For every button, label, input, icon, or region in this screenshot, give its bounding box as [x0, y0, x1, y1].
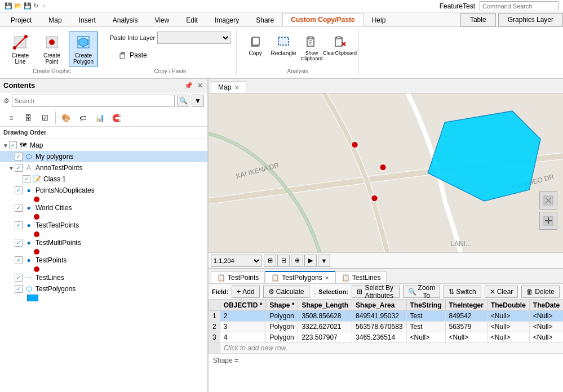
tab-analysis[interactable]: Analysis: [104, 14, 147, 26]
cell-shape-area-2[interactable]: 563578.670583: [352, 322, 406, 332]
cell-theinteger-1[interactable]: 849542: [445, 311, 487, 322]
tab-graphics-layer[interactable]: Graphics Layer: [498, 13, 563, 26]
add-field-button[interactable]: + Add: [232, 286, 259, 298]
paste-button[interactable]: Paste: [114, 48, 151, 62]
cell-shape-2[interactable]: Polygon: [266, 322, 298, 332]
tab-imagery[interactable]: Imagery: [206, 14, 247, 26]
check-tp[interactable]: [15, 256, 23, 264]
col-theinteger[interactable]: TheInteger: [445, 300, 487, 311]
cell-theinteger-2[interactable]: 563579: [445, 322, 487, 332]
add-row-label[interactable]: Click to add new row.: [220, 343, 563, 354]
tab-view[interactable]: View: [146, 14, 178, 26]
cell-theinteger-3[interactable]: <Null>: [445, 332, 487, 343]
cell-thestring-3[interactable]: <Null>: [406, 332, 445, 343]
map-tab[interactable]: Map ✕: [211, 81, 246, 93]
tree-item-class1[interactable]: ▶ 📝 Class 1: [0, 173, 207, 185]
zoom-to-button[interactable]: 🔍 Zoom To: [403, 286, 441, 298]
list-by-drawing-order-btn[interactable]: ≡: [3, 110, 19, 125]
tree-item-test-multi-points[interactable]: ▶ ● TestMultiPoints: [0, 237, 207, 248]
cell-shape-length-1[interactable]: 3508.856628: [298, 311, 352, 322]
tab-edit[interactable]: Edit: [178, 14, 206, 26]
calculate-button[interactable]: ⚙ Calculate: [263, 286, 309, 298]
tree-item-test-test-points[interactable]: ▶ ● TestTestPoints: [0, 220, 207, 231]
nav-back-button[interactable]: [539, 191, 557, 210]
tab-test-lines[interactable]: 📋 TestLines: [335, 271, 387, 283]
check-tl[interactable]: [15, 274, 23, 282]
tab-project[interactable]: Project: [2, 14, 40, 26]
create-point-button[interactable]: Create Point: [37, 32, 67, 66]
clear-clipboard-button[interactable]: ClearClipboard: [327, 32, 353, 57]
clear-button[interactable]: ✕ Clear: [485, 286, 518, 298]
check-ttp[interactable]: [15, 221, 23, 229]
charts-btn[interactable]: 📊: [92, 110, 108, 125]
search-button[interactable]: 🔍: [177, 95, 189, 107]
table-row[interactable]: 1 2 Polygon 3508.856628 849541.95032 Tes…: [209, 311, 564, 322]
create-polygon-button[interactable]: Create Polygon: [69, 32, 98, 66]
cell-thedate-1[interactable]: <Null>: [529, 311, 563, 322]
table-row[interactable]: 2 3 Polygon 3322.627021 563578.670583 Te…: [209, 322, 564, 332]
cell-objectid-1[interactable]: 2: [220, 311, 266, 322]
cell-thedouble-2[interactable]: <Null>: [487, 322, 529, 332]
tree-item-map[interactable]: ▼ 🗺 Map: [0, 140, 207, 151]
tree-item-points-no-dup[interactable]: ▶ ● PointsNoDuplicates: [0, 185, 207, 196]
cell-thestring-1[interactable]: Test: [406, 311, 445, 322]
col-shape[interactable]: Shape *: [266, 300, 298, 311]
tab-test-polygons[interactable]: 📋 TestPolygons ✕: [265, 271, 335, 283]
cell-shape-1[interactable]: Polygon: [266, 311, 298, 322]
check-map[interactable]: [9, 141, 17, 149]
scale-icon-table[interactable]: ⊟: [277, 255, 290, 267]
tree-item-anno-test-points[interactable]: ▼ A AnnoTestPoints: [0, 162, 207, 173]
check-wc[interactable]: [15, 204, 23, 212]
pin-icon[interactable]: 📌: [183, 82, 194, 90]
tab-custom-copy-paste[interactable]: Custom Copy/Paste: [282, 13, 363, 26]
tab-table[interactable]: Table: [460, 13, 496, 26]
check-tpoly[interactable]: [15, 285, 23, 293]
cell-shape-area-3[interactable]: 3465.236514: [352, 332, 406, 343]
cell-shape-area-1[interactable]: 849541.95032: [352, 311, 406, 322]
cell-objectid-3[interactable]: 4: [220, 332, 266, 343]
tab-map[interactable]: Map: [40, 14, 70, 26]
list-by-data-source-btn[interactable]: 🗄: [20, 110, 36, 125]
cell-thedate-2[interactable]: <Null>: [529, 322, 563, 332]
switch-button[interactable]: ⇅ Switch: [444, 286, 481, 298]
table-data-wrap[interactable]: OBJECTID * Shape * Shape_Length Shape_Ar…: [209, 300, 563, 392]
check-class1[interactable]: [23, 175, 30, 183]
show-clipboard-button[interactable]: Show Clipboard: [299, 32, 325, 63]
close-contents-icon[interactable]: ✕: [196, 82, 204, 90]
col-shape-area[interactable]: Shape_Area: [352, 300, 406, 311]
command-search-input[interactable]: [480, 1, 558, 11]
check-tmp[interactable]: [15, 239, 23, 247]
check-my-polygons[interactable]: [15, 153, 23, 161]
cell-thedate-3[interactable]: <Null>: [529, 332, 563, 343]
tab-insert[interactable]: Insert: [70, 14, 104, 26]
rectangle-button[interactable]: Rectangle: [271, 32, 296, 58]
cell-shape-length-3[interactable]: 223.507907: [298, 332, 352, 343]
map-tab-close[interactable]: ✕: [234, 84, 239, 91]
check-anno[interactable]: [15, 164, 23, 172]
tab-close-test-polygons[interactable]: ✕: [325, 275, 329, 281]
tree-item-world-cities[interactable]: ▶ ● World Cities: [0, 202, 207, 213]
col-thedate[interactable]: TheDate: [529, 300, 563, 311]
copy-button[interactable]: Copy: [242, 32, 268, 58]
col-thedouble[interactable]: TheDouble: [487, 300, 529, 311]
scale-icon-more[interactable]: ▼: [318, 255, 330, 267]
create-line-button[interactable]: Create Line: [6, 32, 35, 66]
snapping-btn[interactable]: 🧲: [109, 110, 125, 125]
symbology-btn[interactable]: 🎨: [58, 110, 74, 125]
cell-thedouble-3[interactable]: <Null>: [487, 332, 529, 343]
tree-item-test-points[interactable]: ▶ ● TestPoints: [0, 255, 207, 266]
check-pnd[interactable]: [15, 186, 23, 194]
scale-icon-grid[interactable]: ⊞: [264, 255, 276, 267]
tab-help[interactable]: Help: [363, 14, 394, 26]
nav-zoom-button[interactable]: [539, 212, 557, 230]
expand-anno[interactable]: ▼: [8, 164, 15, 171]
expand-map[interactable]: ▼: [2, 142, 9, 149]
table-row[interactable]: 3 4 Polygon 223.507907 3465.236514 <Null…: [209, 332, 564, 343]
tree-item-my-polygons[interactable]: ▶ ⬡ My polygons: [0, 151, 207, 162]
col-shape-length[interactable]: Shape_Length: [298, 300, 352, 311]
labeling-btn[interactable]: 🏷: [75, 110, 91, 125]
col-thestring[interactable]: TheString: [406, 300, 445, 311]
scale-select[interactable]: 1:1,204 1:2,000 1:5,000: [211, 255, 261, 267]
select-by-attr-button[interactable]: ⊞ Select By Attributes: [352, 286, 400, 298]
tab-test-points[interactable]: 📋 TestPoints: [211, 271, 265, 283]
